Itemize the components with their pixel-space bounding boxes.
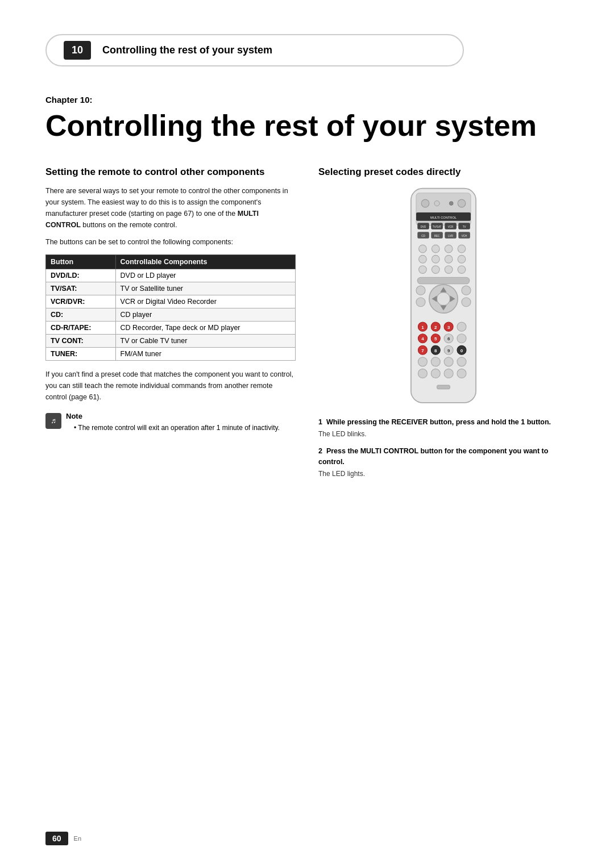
svg-point-75 xyxy=(444,369,453,378)
left-para1: There are several ways to set your remot… xyxy=(45,185,296,231)
table-cell-button: CD-R/TAPE: xyxy=(46,321,116,334)
table-header-components: Controllable Components xyxy=(115,254,295,269)
svg-point-50 xyxy=(457,322,466,331)
svg-point-34 xyxy=(445,266,453,274)
svg-point-57 xyxy=(457,334,466,343)
left-para3: If you can't find a preset code that mat… xyxy=(45,369,296,403)
page: 10 Controlling the rest of your system C… xyxy=(0,0,614,868)
svg-point-35 xyxy=(458,266,466,274)
table-cell-component: FM/AM tuner xyxy=(115,347,295,360)
svg-text:TV: TV xyxy=(463,226,467,228)
svg-point-72 xyxy=(457,357,466,366)
svg-text:TV/SAT: TV/SAT xyxy=(433,226,442,228)
table-cell-button: CD: xyxy=(46,308,116,321)
svg-text:2: 2 xyxy=(434,324,437,329)
svg-point-70 xyxy=(431,357,440,366)
svg-point-27 xyxy=(458,245,466,253)
remote-container: MULTI CONTROL DVD TV/SAT VCR TV CD xyxy=(318,185,569,406)
step-2-number: 2 xyxy=(318,447,322,455)
svg-point-74 xyxy=(431,369,440,378)
page-footer: 60 En xyxy=(45,832,81,845)
left-section-title: Setting the remote to control other comp… xyxy=(45,166,296,178)
main-title: Controlling the rest of your system xyxy=(45,109,569,143)
svg-text:5: 5 xyxy=(434,336,437,341)
svg-point-2 xyxy=(421,199,429,207)
bold-multi-control: MULTI CONTROL xyxy=(45,210,259,229)
step-2-bold: Press the MULTI CONTROL button for the c… xyxy=(318,447,548,466)
note-content: Note The remote control will exit an ope… xyxy=(66,412,280,433)
steps-section: 1 While pressing the RECEIVER button, pr… xyxy=(318,417,569,478)
step-1-number: 1 xyxy=(318,418,322,426)
note-box: ♬ Note The remote control will exit an o… xyxy=(45,412,296,433)
svg-text:3: 3 xyxy=(447,324,450,329)
right-column: Selecting preset codes directly M xyxy=(318,166,569,486)
table-cell-button: VCR/DVR: xyxy=(46,295,116,308)
svg-text:DVD: DVD xyxy=(421,226,426,228)
svg-point-30 xyxy=(445,255,453,263)
table-cell-component: TV or Cable TV tuner xyxy=(115,334,295,347)
step-2-sub: The LED lights. xyxy=(318,469,569,479)
svg-point-69 xyxy=(418,357,427,366)
svg-text:9: 9 xyxy=(447,348,450,353)
chapter-label: Chapter 10: xyxy=(45,95,569,105)
table-cell-button: TUNER: xyxy=(46,347,116,360)
svg-text:0: 0 xyxy=(460,348,463,353)
table-cell-component: TV or Satellite tuner xyxy=(115,282,295,295)
svg-point-44 xyxy=(416,298,425,307)
svg-text:CD: CD xyxy=(421,235,425,237)
svg-point-5 xyxy=(449,201,453,205)
svg-point-33 xyxy=(432,266,439,274)
components-table: Button Controllable Components DVD/LD:DV… xyxy=(45,254,296,361)
note-bullet-1: The remote control will exit an operatio… xyxy=(66,423,280,433)
page-number: 60 xyxy=(45,832,68,845)
note-icon: ♬ xyxy=(45,413,61,429)
svg-point-45 xyxy=(462,286,471,295)
left-column: Setting the remote to control other comp… xyxy=(45,166,296,486)
table-cell-component: CD player xyxy=(115,308,295,321)
step-1: 1 While pressing the RECEIVER button, pr… xyxy=(318,417,569,439)
table-cell-button: TV/SAT: xyxy=(46,282,116,295)
chapter-number: 10 xyxy=(64,41,91,60)
svg-point-38 xyxy=(437,292,450,305)
two-column-layout: Setting the remote to control other comp… xyxy=(45,166,569,486)
svg-rect-77 xyxy=(437,385,450,389)
step-1-sub: The LED blinks. xyxy=(318,429,569,439)
step-1-bold: While pressing the RECEIVER button, pres… xyxy=(326,418,551,426)
svg-point-4 xyxy=(458,199,466,207)
table-cell-button: TV CONT: xyxy=(46,334,116,347)
svg-point-32 xyxy=(419,266,427,274)
svg-text:MULTI CONTROL: MULTI CONTROL xyxy=(430,216,457,219)
chapter-header-bar: 10 Controlling the rest of your system xyxy=(45,34,464,66)
svg-point-73 xyxy=(418,369,427,378)
note-label: Note xyxy=(66,412,280,420)
table-cell-button: DVD/LD: xyxy=(46,269,116,282)
svg-point-71 xyxy=(444,357,453,366)
table-header-button: Button xyxy=(46,254,116,269)
left-para2: The buttons can be set to control the fo… xyxy=(45,236,296,248)
svg-text:VCR: VCR xyxy=(448,226,454,228)
svg-point-24 xyxy=(419,245,427,253)
table-cell-component: DVD or LD player xyxy=(115,269,295,282)
svg-text:7: 7 xyxy=(421,348,424,353)
right-section-title: Selecting preset codes directly xyxy=(318,166,569,178)
svg-point-46 xyxy=(462,298,471,307)
svg-text:REC: REC xyxy=(434,235,440,237)
svg-text:6: 6 xyxy=(447,336,450,341)
svg-text:4: 4 xyxy=(421,336,424,341)
svg-text:LVR: LVR xyxy=(448,235,453,237)
svg-text:VCH: VCH xyxy=(462,235,467,237)
svg-text:8: 8 xyxy=(434,348,437,353)
svg-rect-36 xyxy=(417,277,469,283)
svg-point-26 xyxy=(445,245,453,253)
svg-point-28 xyxy=(419,255,427,263)
remote-control-image: MULTI CONTROL DVD TV/SAT VCR TV CD xyxy=(398,185,489,406)
svg-point-29 xyxy=(432,255,439,263)
table-cell-component: CD Recorder, Tape deck or MD player xyxy=(115,321,295,334)
table-cell-component: VCR or Digital Video Recorder xyxy=(115,295,295,308)
svg-point-76 xyxy=(457,369,466,378)
chapter-header-title: Controlling the rest of your system xyxy=(102,44,272,56)
svg-point-25 xyxy=(432,245,439,253)
page-lang: En xyxy=(74,835,81,842)
svg-point-43 xyxy=(416,286,425,295)
svg-point-31 xyxy=(458,255,466,263)
